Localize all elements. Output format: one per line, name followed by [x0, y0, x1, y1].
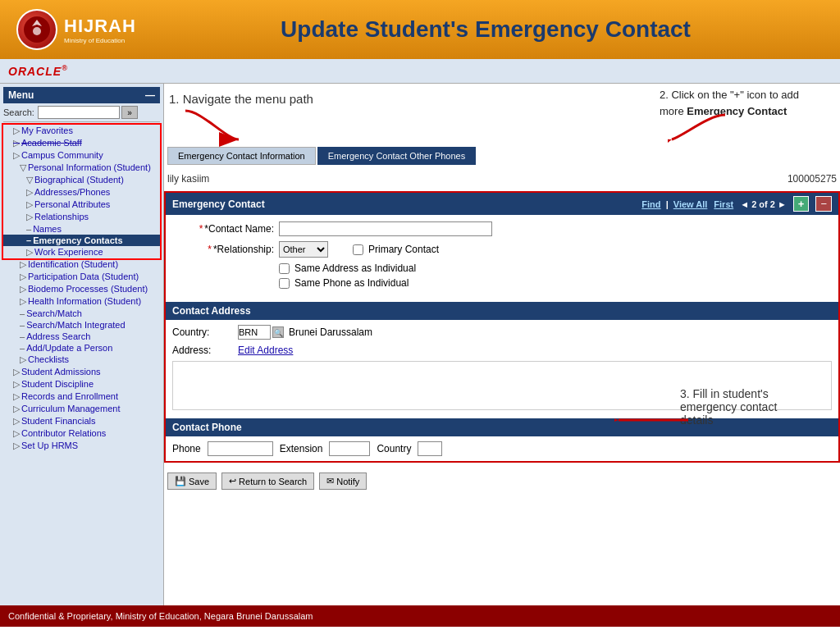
sidebar-item-names[interactable]: –Names [3, 223, 160, 235]
phone-row: Phone Extension Country [172, 441, 832, 456]
step2-annotation: 2. Click on the "+" icon to add more Eme… [660, 87, 832, 119]
step3-arrow-icon [614, 404, 696, 436]
sidebar-item-personal-info[interactable]: ▽Personal Information (Student) [3, 162, 160, 174]
notify-icon: ✉ [326, 476, 334, 486]
sidebar-item-curriculum[interactable]: ▷Curriculum Management [3, 403, 160, 415]
country-label: Country: [172, 326, 238, 338]
footer-text: Confidential & Proprietary, Ministry of … [8, 611, 313, 621]
sidebar-item-address-search[interactable]: –Address Search [3, 331, 160, 342]
student-name: lily kasiim [167, 173, 209, 185]
step3-annotation: 3. Fill in student's emergency contact d… [680, 387, 828, 427]
phone-label: Phone [172, 443, 201, 454]
extension-label: Extension [280, 443, 323, 454]
first-link[interactable]: First [714, 199, 733, 209]
add-contact-button[interactable]: + [793, 196, 810, 212]
ec-form: *Contact Name: *Relationship: Other Pare… [166, 215, 838, 299]
extension-input[interactable] [329, 441, 370, 456]
remove-contact-button[interactable]: − [815, 196, 832, 212]
address-row: Address: Edit Address [172, 345, 832, 356]
save-button[interactable]: 💾 Save [167, 472, 217, 490]
primary-contact-checkbox[interactable] [353, 244, 363, 255]
country-row: Country: 🔍 Brunei Darussalam [172, 325, 832, 340]
contact-address-header: Contact Address [166, 302, 838, 320]
annotation-area: 1. Navigate the menu path 2. C [164, 84, 840, 106]
contact-name-label: *Contact Name: [172, 223, 279, 235]
contact-name-input[interactable] [279, 221, 492, 236]
sidebar-item-biographical[interactable]: ▽Biographical (Student) [3, 174, 160, 186]
phone-input[interactable] [208, 441, 273, 456]
country-code-input[interactable] [238, 325, 271, 340]
address-label: Address: [172, 345, 238, 356]
primary-contact-area: Primary Contact [353, 244, 439, 255]
sidebar-item-search-match-int[interactable]: –Search/Match Integrated [3, 319, 160, 331]
search-input[interactable] [38, 106, 120, 119]
same-phone-row: Same Phone as Individual [279, 277, 832, 289]
sidebar-item-relationships[interactable]: ▷Relationships [3, 211, 160, 223]
sidebar-item-personal-attrs[interactable]: ▷Personal Attributes [3, 199, 160, 211]
tab-emergency-contact-phones[interactable]: Emergency Contact Other Phones [317, 147, 477, 165]
bottom-bar: 💾 Save ↩ Return to Search ✉ Notify [164, 468, 840, 495]
return-to-search-button[interactable]: ↩ Return to Search [221, 472, 314, 490]
sidebar-item-biodemo[interactable]: ▷Biodemo Processes (Student) [3, 283, 160, 295]
sidebar-item-participation[interactable]: ▷Participation Data (Student) [3, 271, 160, 283]
sidebar-item-add-update[interactable]: –Add/Update a Person [3, 342, 160, 354]
phone-country-input[interactable] [418, 441, 442, 456]
country-search-icon[interactable]: 🔍 [272, 326, 284, 338]
view-all-link[interactable]: View All [673, 199, 708, 209]
sidebar-item-records[interactable]: ▷Records and Enrollment [3, 390, 160, 403]
edit-address-link[interactable]: Edit Address [238, 345, 293, 356]
page-container: HIJRAH Ministry of Education Update Stud… [0, 0, 840, 630]
same-phone-label: Same Phone as Individual [294, 277, 409, 289]
sidebar-title: Menu — [3, 87, 160, 103]
find-link[interactable]: Find [641, 199, 660, 209]
sidebar-item-hrms[interactable]: ▷Set Up HRMS [3, 440, 160, 452]
sidebar-item-my-favorites[interactable]: ▷My Favorites [3, 125, 160, 137]
relationship-select[interactable]: Other Parent Spouse Sibling Friend [279, 241, 328, 258]
tab-emergency-contact-info[interactable]: Emergency Contact Information [167, 147, 316, 165]
sidebar-search-area: Search: » [3, 103, 160, 122]
sidebar-item-academic-staff[interactable]: ▷Academic Staff [3, 137, 160, 149]
logo-text: HIJRAH [64, 16, 136, 37]
sidebar-item-contributor[interactable]: ▷Contributor Relations [3, 427, 160, 440]
student-info-row: lily kasiim 100005275 [164, 170, 840, 188]
same-phone-checkbox[interactable] [279, 278, 290, 289]
ec-nav-info: ◄ 2 of 2 ► [740, 199, 787, 209]
logo-area: HIJRAH Ministry of Education [16, 9, 148, 50]
sidebar-item-search-match[interactable]: –Search/Match [3, 308, 160, 319]
ec-first-link: First [714, 199, 733, 209]
step2-arrow-icon [668, 111, 733, 144]
notify-button[interactable]: ✉ Notify [319, 472, 367, 490]
sidebar-highlighted-section: ▷My Favorites ▷Academic Staff ▷Campus Co… [2, 123, 162, 260]
sidebar-item-admissions[interactable]: ▷Student Admissions [3, 366, 160, 378]
contact-name-row: *Contact Name: [172, 221, 832, 236]
sidebar-item-campus-community[interactable]: ▷Campus Community [3, 149, 160, 162]
logo-icon [16, 9, 57, 50]
sidebar-item-emergency-contacts[interactable]: –Emergency Contacts [3, 235, 160, 246]
same-address-row: Same Address as Individual [279, 262, 832, 274]
sidebar-search-button[interactable]: » [121, 106, 138, 119]
oracle-label: ORACLE® [8, 64, 68, 78]
header: HIJRAH Ministry of Education Update Stud… [0, 0, 840, 59]
relationship-label: *Relationship: [172, 244, 279, 255]
phone-area: Phone Extension Country [166, 436, 838, 461]
sidebar-item-checklists[interactable]: ▷Checklists [3, 354, 160, 366]
same-address-checkbox[interactable] [279, 263, 290, 274]
tabs-row: Emergency Contact Information Emergency … [164, 147, 840, 165]
step1-arrow-icon [177, 107, 243, 148]
sidebar-item-work-exp[interactable]: ▷Work Experience [3, 246, 160, 258]
step1-label: 1. Navigate the menu path [169, 92, 313, 106]
sidebar-item-financials[interactable]: ▷Student Financials [3, 415, 160, 427]
ec-section-label: Emergency Contact [172, 199, 265, 210]
sidebar-item-health[interactable]: ▷Health Information (Student) [3, 295, 160, 308]
same-address-label: Same Address as Individual [294, 262, 416, 274]
return-icon: ↩ [229, 476, 236, 486]
sidebar-item-discipline[interactable]: ▷Student Discipline [3, 378, 160, 390]
ec-panel-header: Emergency Contact Find | View All First … [166, 193, 838, 215]
phone-country-label: Country [377, 443, 411, 454]
sidebar-item-identification[interactable]: ▷Identification (Student) [3, 258, 160, 271]
sidebar: Menu — Search: » ▷My Favorites ▷Academic… [0, 84, 164, 605]
student-id: 100005275 [788, 173, 837, 185]
sidebar-item-addresses[interactable]: ▷Addresses/Phones [3, 186, 160, 199]
footer: Confidential & Proprietary, Ministry of … [0, 605, 840, 627]
page-title: Update Student's Emergency Contact [148, 16, 824, 43]
